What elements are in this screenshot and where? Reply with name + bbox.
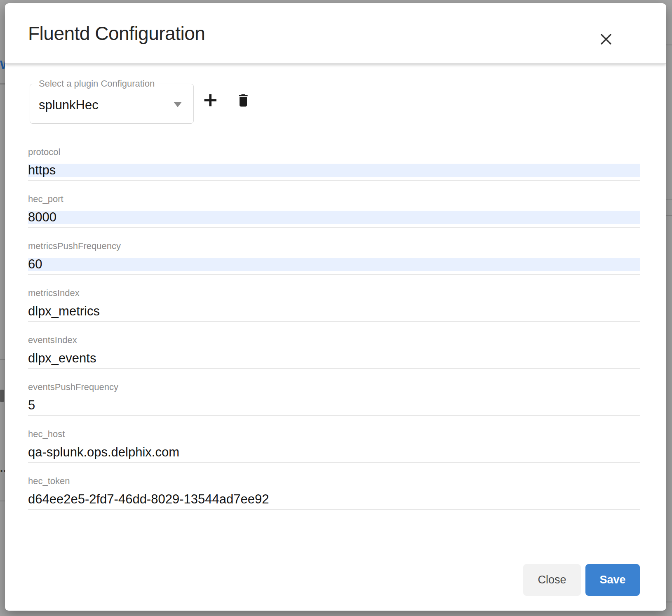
close-dialog-button[interactable] [597, 31, 615, 49]
field-input[interactable]: dlpx_events [28, 352, 640, 365]
plugin-select-label: Select a plugin Configuration [36, 78, 157, 89]
field-input[interactable]: d64ee2e5-2fd7-46dd-8029-13544ad7ee92 [28, 493, 640, 506]
form-field: hec_port 8000 [28, 193, 640, 228]
background-partial-link: W [0, 58, 5, 72]
close-icon [598, 31, 614, 48]
field-label: eventsIndex [28, 334, 640, 346]
field-underline: 60 [28, 258, 640, 275]
field-underline: 5 [28, 399, 640, 416]
field-input[interactable]: qa-splunk.ops.delphix.com [28, 446, 640, 459]
field-input[interactable]: 60 [28, 258, 640, 271]
field-label: metricsPushFrequency [28, 240, 640, 252]
background-divider [666, 602, 672, 602]
caret-down-icon [174, 102, 182, 107]
background-icon-fragment [0, 390, 4, 402]
background-divider [0, 83, 5, 85]
close-button[interactable]: Close [523, 564, 581, 596]
form-field: hec_token d64ee2e5-2fd7-46dd-8029-13544a… [28, 475, 640, 510]
field-label: hec_host [28, 428, 640, 440]
field-label: hec_port [28, 193, 640, 205]
field-input[interactable]: 8000 [28, 211, 640, 224]
field-input[interactable]: 5 [28, 399, 640, 412]
field-label: protocol [28, 146, 640, 158]
dialog-header: Fluentd Configuration [5, 3, 666, 64]
fluentd-configuration-dialog: Fluentd Configuration Select a plugin Co… [5, 3, 666, 611]
field-label: eventsPushFrequency [28, 381, 640, 393]
dialog-title: Fluentd Configuration [28, 22, 205, 45]
background-divider [666, 199, 672, 200]
form-field: eventsPushFrequency 5 [28, 381, 640, 416]
background-divider [666, 215, 672, 216]
field-underline: https [28, 164, 640, 181]
plus-icon [202, 92, 220, 110]
field-underline: qa-splunk.ops.delphix.com [28, 446, 640, 463]
plugin-select-value: splunkHec [39, 98, 99, 113]
form-field: eventsIndex dlpx_events [28, 334, 640, 369]
plugin-configuration-row: Select a plugin Configuration splunkHec [28, 81, 640, 124]
background-divider [0, 501, 5, 501]
field-underline: dlpx_metrics [28, 305, 640, 322]
form-field: metricsPushFrequency 60 [28, 240, 640, 275]
field-label: metricsIndex [28, 287, 640, 299]
background-divider [666, 45, 672, 45]
form-field: protocol https [28, 146, 640, 181]
field-underline: dlpx_events [28, 352, 640, 369]
dialog-footer: Close Save [523, 564, 640, 596]
dialog-body: Select a plugin Configuration splunkHec … [5, 64, 666, 611]
field-input[interactable]: dlpx_metrics [28, 305, 640, 318]
form-field: hec_host qa-splunk.ops.delphix.com [28, 428, 640, 463]
plugin-configuration-select[interactable]: Select a plugin Configuration splunkHec [30, 84, 194, 124]
delete-configuration-button[interactable] [233, 91, 253, 111]
save-button[interactable]: Save [585, 564, 640, 596]
background-divider [0, 359, 5, 360]
field-underline: 8000 [28, 211, 640, 228]
form-field: metricsIndex dlpx_metrics [28, 287, 640, 322]
trash-icon [235, 92, 251, 110]
field-input[interactable]: https [28, 164, 640, 177]
configuration-fields: protocol https hec_port 8000 metricsPush… [28, 146, 640, 510]
field-label: hec_token [28, 475, 640, 487]
add-configuration-button[interactable] [201, 91, 221, 111]
field-underline: d64ee2e5-2fd7-46dd-8029-13544ad7ee92 [28, 493, 640, 510]
